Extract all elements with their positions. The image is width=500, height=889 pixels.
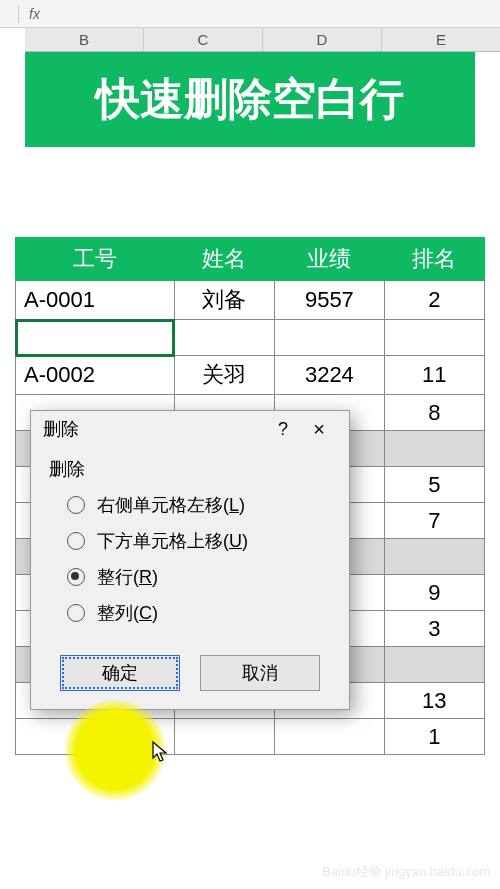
radio-label: 下方单元格上移(U) — [97, 529, 248, 553]
radio-label: 整列(C) — [97, 601, 158, 625]
dialog-title: 删除 — [43, 417, 265, 441]
cell[interactable]: 9557 — [275, 281, 385, 320]
radio-icon — [67, 604, 85, 622]
col-header-c[interactable]: C — [144, 28, 263, 51]
ok-button[interactable]: 确定 — [60, 655, 180, 691]
table-row[interactable]: 1 — [16, 719, 485, 755]
group-label: 删除 — [49, 457, 331, 481]
dialog-buttons: 确定 取消 — [31, 655, 349, 709]
help-button[interactable]: ? — [265, 419, 301, 440]
cell[interactable]: 2 — [384, 281, 484, 320]
close-button[interactable]: × — [301, 418, 337, 441]
cell[interactable] — [16, 719, 175, 755]
cell[interactable]: A-0002 — [16, 356, 175, 395]
column-headers: B C D E — [25, 28, 500, 52]
cell[interactable]: 8 — [384, 395, 484, 431]
table-row[interactable] — [16, 320, 485, 356]
radio-icon — [67, 496, 85, 514]
radio-icon — [67, 568, 85, 586]
cell[interactable]: 关羽 — [174, 356, 274, 395]
col-header-d[interactable]: D — [263, 28, 382, 51]
table-row[interactable]: A-0001刘备95572 — [16, 281, 485, 320]
cell[interactable]: 7 — [384, 503, 484, 539]
radio-option[interactable]: 下方单元格上移(U) — [67, 529, 331, 553]
formula-bar: fx — [0, 0, 500, 28]
th-name: 姓名 — [174, 238, 274, 281]
radio-option[interactable]: 右侧单元格左移(L) — [67, 493, 331, 517]
cell[interactable]: 9 — [384, 575, 484, 611]
col-header-e[interactable]: E — [382, 28, 500, 51]
fx-label: fx — [29, 6, 40, 22]
cell[interactable] — [174, 320, 274, 356]
cell[interactable] — [174, 719, 274, 755]
cell[interactable] — [275, 719, 385, 755]
cell[interactable] — [384, 539, 484, 575]
dialog-titlebar: 删除 ? × — [31, 411, 349, 447]
title-banner: 快速删除空白行 — [25, 52, 475, 147]
th-id: 工号 — [16, 238, 175, 281]
radio-option[interactable]: 整行(R) — [67, 565, 331, 589]
cell[interactable]: 5 — [384, 467, 484, 503]
cell[interactable] — [384, 320, 484, 356]
col-header-b[interactable]: B — [25, 28, 144, 51]
table-row[interactable]: A-0002关羽322411 — [16, 356, 485, 395]
delete-dialog: 删除 ? × 删除 右侧单元格左移(L)下方单元格上移(U)整行(R)整列(C)… — [30, 410, 350, 710]
cell[interactable] — [384, 647, 484, 683]
cell[interactable]: A-0001 — [16, 281, 175, 320]
radio-icon — [67, 532, 85, 550]
radio-label: 整行(R) — [97, 565, 158, 589]
cell[interactable]: 3224 — [275, 356, 385, 395]
cell[interactable] — [384, 431, 484, 467]
table-header-row: 工号 姓名 业绩 排名 — [16, 238, 485, 281]
th-rank: 排名 — [384, 238, 484, 281]
cell[interactable]: 1 — [384, 719, 484, 755]
cell[interactable]: 13 — [384, 683, 484, 719]
radio-option[interactable]: 整列(C) — [67, 601, 331, 625]
divider — [18, 5, 19, 23]
cell[interactable]: 刘备 — [174, 281, 274, 320]
cancel-button[interactable]: 取消 — [200, 655, 320, 691]
th-score: 业绩 — [275, 238, 385, 281]
cell[interactable] — [16, 320, 175, 356]
cell[interactable]: 11 — [384, 356, 484, 395]
cell[interactable]: 3 — [384, 611, 484, 647]
cell[interactable] — [275, 320, 385, 356]
radio-label: 右侧单元格左移(L) — [97, 493, 245, 517]
watermark: Baidu经验 jingyan.baidu.com — [322, 863, 490, 881]
dialog-body: 删除 右侧单元格左移(L)下方单元格上移(U)整行(R)整列(C) — [31, 447, 349, 655]
